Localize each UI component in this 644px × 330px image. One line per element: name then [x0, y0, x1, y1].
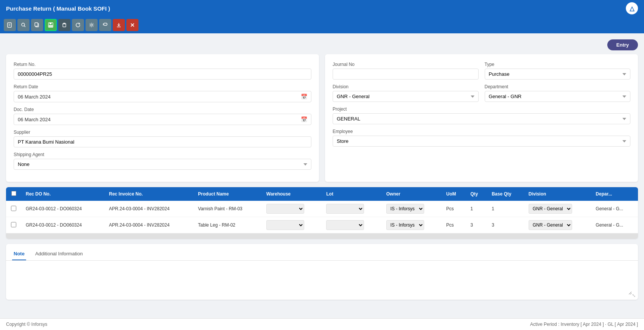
data-table-container: Rec DO No. Rec Invoice No. Product Name … — [6, 187, 638, 239]
row2-division-select[interactable]: GNR - General — [529, 220, 572, 230]
page-title: Purchase Return ( Manual Book SOFI ) — [6, 5, 110, 12]
row1-warehouse-select[interactable] — [266, 204, 304, 214]
project-group: Project GENERAL — [333, 106, 630, 124]
row2-rec-invoice-no: APR.24-03-0004 - INV282024 — [104, 217, 193, 233]
table-scroll[interactable]: Rec DO No. Rec Invoice No. Product Name … — [6, 187, 638, 233]
settings-button[interactable] — [86, 19, 98, 31]
return-date-input[interactable]: 06 March 2024 📅 — [14, 91, 311, 102]
division-col: Division GNR - General — [333, 84, 479, 106]
svg-rect-8 — [50, 23, 51, 24]
col-qty: Qty — [466, 187, 487, 201]
refresh-button[interactable] — [72, 19, 84, 31]
header: Purchase Return ( Manual Book SOFI ) △ — [0, 0, 644, 17]
row1-checkbox[interactable] — [11, 206, 16, 211]
shipping-agent-group: Shipping Agent None — [14, 152, 311, 170]
svg-point-3 — [22, 23, 25, 26]
doc-date-value: 06 March 2024 — [18, 117, 51, 122]
doc-date-group: Doc. Date 06 March 2024 📅 — [14, 107, 311, 125]
row1-owner-select[interactable]: IS - Inforsys — [386, 204, 424, 214]
row2-owner-select[interactable]: IS - Inforsys — [386, 220, 424, 230]
resize-handle-icon: ⤡ — [632, 293, 636, 298]
delete-button[interactable] — [58, 19, 70, 31]
tabs-header: Note Additional Information — [6, 244, 638, 261]
row1-uom: Pcs — [442, 201, 466, 217]
employee-group: Employee Store — [333, 129, 630, 147]
svg-point-11 — [91, 24, 93, 26]
data-table: Rec DO No. Rec Invoice No. Product Name … — [6, 187, 638, 233]
row1-lot-select[interactable] — [326, 204, 364, 214]
row1-rec-invoice-no: APR.24-03-0004 - INV282024 — [104, 201, 193, 217]
journal-no-label: Journal No — [333, 62, 479, 67]
col-rec-do-no: Rec DO No. — [21, 187, 104, 201]
row1-base-qty: 1 — [487, 201, 524, 217]
tab-note[interactable]: Note — [12, 248, 26, 260]
row2-rec-do-no: GR24-03-0012 - DO060324 — [21, 217, 104, 233]
project-select[interactable]: GENERAL — [333, 113, 630, 124]
copy-button[interactable] — [31, 19, 43, 31]
shipping-agent-label: Shipping Agent — [14, 152, 311, 157]
col-rec-invoice-no: Rec Invoice No. — [104, 187, 193, 201]
main-content: Entry Return No. Return Date 06 March 20… — [0, 33, 644, 306]
right-form-card: Journal No Type Purchase Divi — [325, 54, 638, 182]
return-no-group: Return No. — [14, 62, 311, 80]
row2-uom: Pcs — [442, 217, 466, 233]
row1-product-name: Varnish Paint - RM-03 — [193, 201, 261, 217]
select-all-checkbox[interactable] — [11, 191, 16, 196]
download-button[interactable] — [113, 19, 125, 31]
type-select[interactable]: Purchase — [485, 69, 631, 80]
col-lot: Lot — [322, 187, 382, 201]
calendar-icon-2: 📅 — [301, 116, 307, 122]
row1-checkbox-cell — [6, 201, 21, 217]
entry-button[interactable]: Entry — [607, 39, 638, 50]
col-uom: UoM — [442, 187, 466, 201]
return-no-input[interactable] — [14, 69, 311, 80]
search-button[interactable] — [17, 19, 30, 31]
row2-checkbox[interactable] — [11, 222, 16, 227]
cancel-button[interactable] — [126, 19, 138, 31]
supplier-label: Supplier — [14, 130, 311, 135]
table-row: GR24-03-0012 - DO060324 APR.24-03-0004 -… — [6, 201, 638, 217]
undo-button[interactable] — [99, 19, 111, 31]
user-avatar[interactable]: △ — [626, 2, 638, 14]
row2-base-qty: 3 — [487, 217, 524, 233]
journal-no-input[interactable] — [333, 69, 479, 80]
row2-lot-select[interactable] — [326, 220, 364, 230]
division-label: Division — [333, 84, 479, 89]
form-row: Return No. Return Date 06 March 2024 📅 D… — [6, 54, 638, 182]
doc-date-label: Doc. Date — [14, 107, 311, 112]
employee-label: Employee — [333, 129, 630, 134]
calendar-icon: 📅 — [301, 94, 307, 100]
return-date-label: Return Date — [14, 84, 311, 89]
horizontal-scrollbar[interactable] — [6, 233, 638, 239]
journal-no-group: Journal No — [333, 62, 479, 80]
table-body: GR24-03-0012 - DO060324 APR.24-03-0004 -… — [6, 201, 638, 233]
row2-warehouse — [262, 217, 322, 233]
supplier-input[interactable] — [14, 136, 311, 147]
left-form-card: Return No. Return Date 06 March 2024 📅 D… — [6, 54, 319, 182]
col-department: Depar... — [591, 187, 638, 201]
employee-select[interactable]: Store — [333, 136, 630, 147]
row1-division-select[interactable]: GNR - General — [529, 204, 572, 214]
row2-product-name: Table Leg - RM-02 — [193, 217, 261, 233]
tabs-container: Note Additional Information ⤡ — [6, 244, 638, 300]
save-button[interactable] — [45, 19, 57, 31]
division-select[interactable]: GNR - General — [333, 91, 479, 102]
row1-owner: IS - Inforsys — [382, 201, 442, 217]
row2-warehouse-select[interactable] — [266, 220, 304, 230]
row1-department: General - G... — [591, 201, 638, 217]
division-group: Division GNR - General — [333, 84, 479, 102]
row2-owner: IS - Inforsys — [382, 217, 442, 233]
svg-rect-10 — [63, 24, 66, 27]
shipping-agent-select[interactable]: None — [14, 159, 311, 170]
row2-division: GNR - General — [524, 217, 591, 233]
department-col: Department General - GNR — [485, 84, 631, 106]
row2-lot — [322, 217, 382, 233]
return-date-value: 06 March 2024 — [18, 94, 51, 100]
department-select[interactable]: General - GNR — [485, 91, 631, 102]
note-textarea[interactable] — [12, 264, 632, 295]
new-button[interactable] — [4, 19, 16, 31]
tab-additional-info[interactable]: Additional Information — [34, 248, 84, 260]
doc-date-input[interactable]: 06 March 2024 📅 — [14, 114, 311, 125]
return-no-label: Return No. — [14, 62, 311, 67]
tab-note-content: ⤡ — [6, 261, 638, 300]
